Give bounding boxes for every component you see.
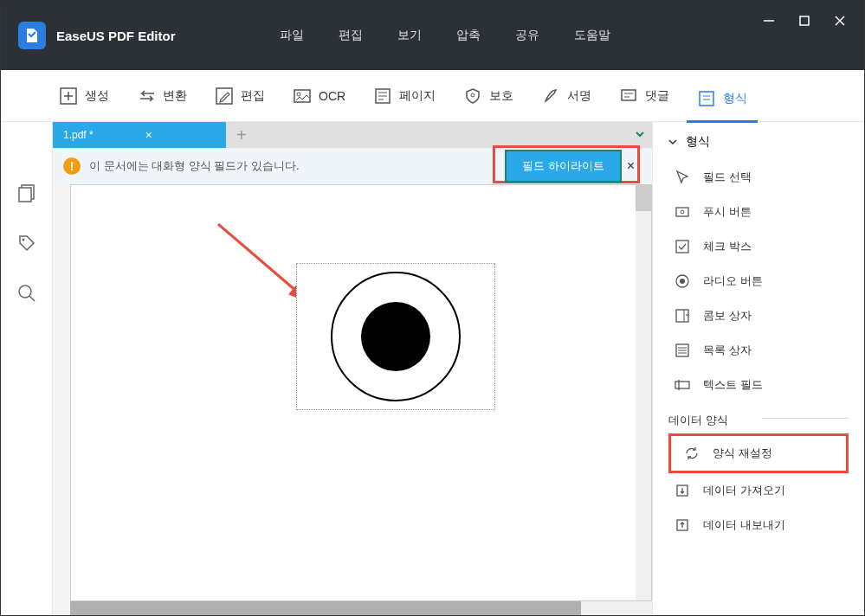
- export-icon: [674, 517, 691, 534]
- tag-icon[interactable]: [15, 231, 39, 255]
- export-data[interactable]: 데이터 내보내기: [662, 508, 855, 542]
- comment-icon: [619, 87, 638, 106]
- tool-page[interactable]: 페이지: [363, 81, 446, 111]
- title-bar: EaseUS PDF Editor 파일 편집 보기 압축 공유 도움말: [1, 1, 864, 70]
- add-tab-icon[interactable]: +: [236, 125, 247, 145]
- svg-rect-38: [675, 382, 689, 388]
- search-icon[interactable]: [15, 281, 39, 305]
- maximize-icon[interactable]: [797, 14, 811, 28]
- pages-icon[interactable]: [15, 181, 39, 205]
- toolbar: 생성 변환 편집 OCR 페이지 보호 서명 댓글 형식: [1, 70, 864, 122]
- horizontal-scrollbar[interactable]: [70, 601, 652, 616]
- tab-label: 1.pdf *: [63, 129, 94, 141]
- menu-share[interactable]: 공유: [515, 28, 539, 43]
- radio-button-tool[interactable]: 라디오 버튼: [662, 264, 855, 298]
- shield-icon: [463, 87, 482, 106]
- svg-rect-22: [19, 188, 31, 202]
- tool-create[interactable]: 생성: [48, 81, 119, 111]
- tab-bar: 1.pdf * × +: [53, 122, 652, 148]
- combo-box-tool[interactable]: 콤보 상자: [662, 298, 855, 333]
- app-logo: EaseUS PDF Editor: [18, 22, 176, 49]
- tab-dropdown-icon[interactable]: [635, 127, 645, 143]
- menu-help[interactable]: 도움말: [574, 28, 610, 43]
- svg-point-23: [22, 239, 24, 241]
- info-bar: ! 이 문서에는 대화형 양식 필드가 있습니다. 필드 하이라이트 ×: [53, 148, 652, 184]
- svg-rect-15: [622, 90, 636, 100]
- panel-header[interactable]: 형식: [653, 131, 864, 160]
- text-field-tool[interactable]: 텍스트 필드: [662, 368, 855, 402]
- checkbox-icon: [674, 238, 691, 255]
- menu-bar: 파일 편집 보기 압축 공유 도움말: [280, 28, 610, 43]
- scrollbar-thumb[interactable]: [70, 601, 581, 616]
- radio-button-field[interactable]: [296, 263, 495, 410]
- minimize-icon[interactable]: [762, 14, 776, 28]
- textfield-icon: [674, 376, 691, 394]
- page-icon: [373, 87, 392, 106]
- form-icon: [697, 89, 716, 108]
- highlight-fields-button[interactable]: 필드 하이라이트: [505, 150, 622, 183]
- svg-point-24: [19, 286, 31, 298]
- document-canvas[interactable]: [70, 184, 652, 601]
- tab-close-icon[interactable]: ×: [145, 128, 152, 142]
- app-title: EaseUS PDF Editor: [56, 29, 176, 43]
- svg-rect-1: [800, 16, 809, 25]
- scrollbar-thumb[interactable]: [636, 185, 651, 211]
- list-icon: [674, 342, 691, 359]
- pencil-icon: [215, 87, 234, 106]
- import-icon: [674, 482, 691, 499]
- menu-compress[interactable]: 압축: [456, 28, 481, 43]
- svg-rect-29: [676, 241, 688, 253]
- tool-sign[interactable]: 서명: [531, 81, 602, 111]
- radio-icon: [674, 273, 691, 290]
- svg-rect-18: [700, 92, 713, 106]
- menu-file[interactable]: 파일: [280, 28, 304, 43]
- import-data[interactable]: 데이터 가져오기: [662, 473, 855, 508]
- ocr-icon: [293, 87, 312, 106]
- pen-icon: [541, 87, 560, 106]
- tool-convert[interactable]: 변환: [126, 81, 197, 111]
- data-form-section: 데이터 양식: [653, 402, 864, 433]
- field-select[interactable]: 필드 선택: [662, 160, 855, 195]
- plus-icon: [59, 87, 78, 106]
- svg-point-9: [297, 93, 300, 96]
- info-close-icon[interactable]: ×: [627, 158, 635, 174]
- svg-line-25: [29, 296, 35, 301]
- svg-rect-27: [676, 208, 688, 216]
- info-text: 이 문서에는 대화형 양식 필드가 있습니다.: [89, 158, 300, 174]
- radio-inner-dot: [361, 302, 430, 371]
- close-icon[interactable]: [833, 14, 847, 28]
- radio-outer-circle: [331, 272, 461, 401]
- button-icon: [674, 203, 691, 221]
- vertical-scrollbar[interactable]: [636, 185, 651, 600]
- svg-point-14: [471, 93, 474, 97]
- combo-icon: [674, 307, 691, 324]
- window-controls: [762, 14, 847, 28]
- tool-edit[interactable]: 편집: [204, 81, 275, 111]
- tool-form[interactable]: 형식: [687, 84, 758, 123]
- reset-form[interactable]: 양식 재설정: [671, 436, 846, 471]
- list-box-tool[interactable]: 목록 상자: [662, 333, 855, 368]
- tool-ocr[interactable]: OCR: [282, 81, 356, 111]
- svg-point-31: [680, 279, 685, 284]
- tool-comment[interactable]: 댓글: [609, 81, 680, 111]
- convert-icon: [137, 87, 156, 106]
- cursor-icon: [674, 169, 691, 186]
- document-area: 1.pdf * × + ! 이 문서에는 대화형 양식 필드가 있습니다. 필드…: [53, 122, 652, 616]
- form-panel: 형식 필드 선택 푸시 버튼 체크 박스 라디오 버튼 콤보 상자 목록 상자 …: [652, 122, 864, 616]
- svg-point-28: [681, 210, 684, 214]
- document-tab[interactable]: 1.pdf * ×: [53, 122, 226, 148]
- tool-protect[interactable]: 보호: [453, 81, 524, 111]
- left-sidebar: [1, 122, 53, 616]
- logo-icon: [18, 22, 46, 49]
- menu-edit[interactable]: 편집: [339, 28, 363, 43]
- warning-icon: !: [63, 157, 81, 175]
- menu-view[interactable]: 보기: [397, 28, 422, 43]
- push-button-tool[interactable]: 푸시 버튼: [662, 195, 855, 229]
- refresh-icon: [683, 445, 700, 462]
- chevron-down-icon: [668, 138, 677, 146]
- checkbox-tool[interactable]: 체크 박스: [662, 229, 855, 264]
